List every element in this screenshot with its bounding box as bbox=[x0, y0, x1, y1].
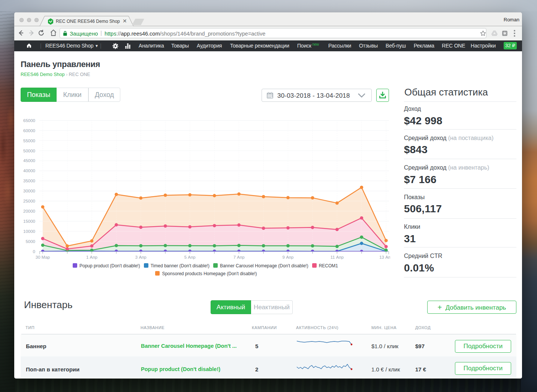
svg-text:15000: 15000 bbox=[23, 219, 35, 224]
svg-text:1 Апр: 1 Апр bbox=[86, 255, 97, 259]
svg-text:10000: 10000 bbox=[23, 229, 35, 234]
svg-text:60000: 60000 bbox=[23, 128, 35, 133]
svg-text:13 Апр: 13 Апр bbox=[379, 255, 390, 259]
svg-text:3 Апр: 3 Апр bbox=[135, 255, 147, 259]
svg-text:50000: 50000 bbox=[23, 149, 35, 153]
svg-text:55000: 55000 bbox=[23, 139, 35, 143]
svg-text:30000: 30000 bbox=[23, 189, 35, 193]
svg-text:45000: 45000 bbox=[23, 158, 35, 163]
svg-text:40000: 40000 bbox=[23, 168, 35, 173]
svg-text:7 Апр: 7 Апр bbox=[233, 255, 245, 259]
svg-text:5 Апр: 5 Апр bbox=[184, 255, 196, 259]
svg-text:20000: 20000 bbox=[23, 209, 35, 213]
svg-text:35000: 35000 bbox=[23, 179, 35, 183]
svg-text:9 Апр: 9 Апр bbox=[283, 255, 294, 259]
svg-text:30 Мар: 30 Мар bbox=[36, 255, 50, 259]
svg-text:0: 0 bbox=[33, 249, 35, 254]
svg-text:25000: 25000 bbox=[23, 199, 35, 203]
svg-text:11 Апр: 11 Апр bbox=[331, 255, 344, 259]
svg-text:65000: 65000 bbox=[23, 118, 35, 123]
svg-text:5000: 5000 bbox=[25, 239, 35, 244]
